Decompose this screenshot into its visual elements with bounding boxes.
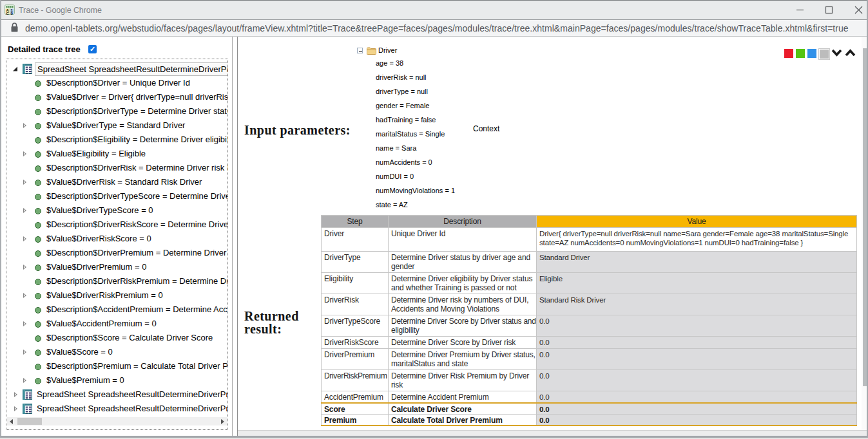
svg-text:C: C <box>6 12 10 15</box>
